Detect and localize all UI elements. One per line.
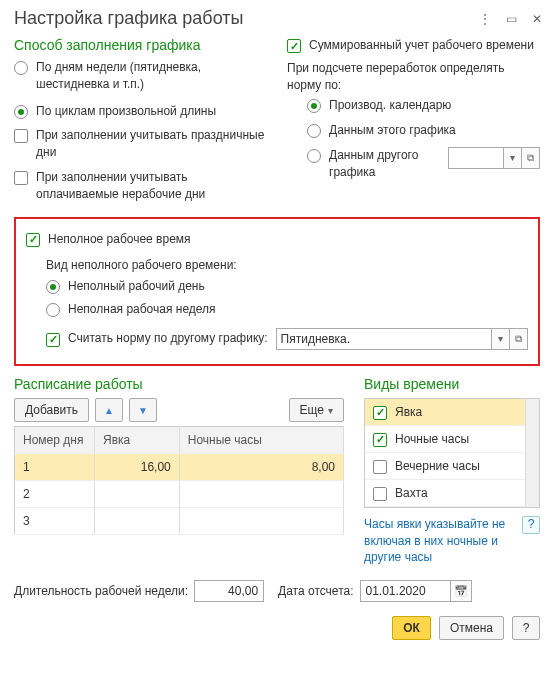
table-row[interactable]: 2	[15, 480, 344, 507]
type-check[interactable]	[373, 460, 387, 474]
move-up-button[interactable]	[95, 398, 123, 422]
cancel-button[interactable]: Отмена	[439, 616, 504, 640]
radio-partial-week[interactable]	[46, 303, 60, 317]
ok-button[interactable]: ОК	[392, 616, 431, 640]
overtime-norm-label: При подсчете переработок определять норм…	[287, 60, 540, 94]
other-norm-dropdown[interactable]	[492, 328, 510, 350]
list-item[interactable]: Вечерние часы	[365, 453, 539, 480]
partial-kind-label: Вид неполного рабочего времени:	[46, 257, 528, 274]
radio-this-schedule[interactable]	[307, 124, 321, 138]
schedule-table: Номер дня Явка Ночные часы 1 16,00 8,00 …	[14, 426, 344, 535]
list-item[interactable]: Явка	[365, 399, 539, 426]
radio-prod-calendar-label: Производ. календарю	[329, 97, 451, 114]
radio-by-cycles-label: По циклам произвольной длины	[36, 103, 216, 120]
scrollbar[interactable]	[525, 399, 539, 507]
check-holidays-label: При заполнении учитывать праздничные дни	[36, 127, 267, 161]
radio-other-schedule-label: Данным другого графика	[329, 147, 440, 181]
radio-partial-day[interactable]	[46, 280, 60, 294]
other-schedule-dropdown[interactable]	[504, 147, 522, 169]
radio-partial-week-label: Неполная рабочая неделя	[68, 301, 216, 318]
arrow-up-icon	[104, 403, 114, 417]
check-other-norm-label: Считать норму по другому графику:	[68, 330, 268, 347]
col-att: Явка	[95, 426, 180, 453]
other-norm-combo[interactable]: Пятидневка.	[276, 328, 492, 350]
list-item[interactable]: Ночные часы	[365, 426, 539, 453]
arrow-down-icon	[138, 403, 148, 417]
check-paid-off-label: При заполнении учитывать оплачиваемые не…	[36, 169, 267, 203]
other-schedule-combo[interactable]	[448, 147, 504, 169]
chevron-down-icon	[328, 403, 333, 417]
col-num: Номер дня	[15, 426, 95, 453]
radio-other-schedule[interactable]	[307, 149, 321, 163]
types-title: Виды времени	[364, 376, 540, 392]
types-hint: Часы явки указывайте не включая в них но…	[364, 516, 516, 566]
check-summed[interactable]	[287, 39, 301, 53]
radio-prod-calendar[interactable]	[307, 99, 321, 113]
week-len-input[interactable]: 40,00	[194, 580, 264, 602]
menu-icon[interactable]: ⋮	[478, 12, 492, 26]
table-row[interactable]: 3	[15, 507, 344, 534]
table-row[interactable]: 1 16,00 8,00	[15, 453, 344, 480]
partial-time-group: Неполное рабочее время Вид неполного раб…	[14, 217, 540, 366]
calendar-icon	[454, 584, 468, 598]
radio-this-schedule-label: Данным этого графика	[329, 122, 456, 139]
week-len-label: Длительность рабочей недели:	[14, 584, 188, 598]
type-check[interactable]	[373, 406, 387, 420]
footer-help-button[interactable]: ?	[512, 616, 540, 640]
radio-by-cycles[interactable]	[14, 105, 28, 119]
check-summed-label: Суммированный учет рабочего времени	[309, 37, 534, 54]
window-title: Настройка графика работы	[14, 8, 243, 29]
other-norm-open[interactable]	[510, 328, 528, 350]
check-partial-time-label: Неполное рабочее время	[48, 231, 191, 248]
more-button[interactable]: Еще	[289, 398, 344, 422]
check-holidays[interactable]	[14, 129, 28, 143]
add-button[interactable]: Добавить	[14, 398, 89, 422]
type-check[interactable]	[373, 433, 387, 447]
date-picker-button[interactable]	[450, 580, 472, 602]
check-paid-off[interactable]	[14, 171, 28, 185]
check-other-norm[interactable]	[46, 333, 60, 347]
check-partial-time[interactable]	[26, 233, 40, 247]
help-button[interactable]: ?	[522, 516, 540, 534]
list-item[interactable]: Вахта	[365, 480, 539, 507]
fill-method-title: Способ заполнения графика	[14, 37, 267, 53]
radio-partial-day-label: Неполный рабочий день	[68, 278, 205, 295]
close-icon[interactable]: ✕	[530, 12, 544, 26]
radio-by-days[interactable]	[14, 61, 28, 75]
other-schedule-open[interactable]	[522, 147, 540, 169]
types-list: Явка Ночные часы Вечерние часы Вахта	[364, 398, 540, 508]
other-norm-value: Пятидневка.	[281, 332, 351, 346]
date-input[interactable]: 01.01.2020	[360, 580, 450, 602]
radio-by-days-label: По дням недели (пятидневка, шестидневка …	[36, 59, 267, 93]
type-check[interactable]	[373, 487, 387, 501]
col-night: Ночные часы	[179, 426, 343, 453]
schedule-title: Расписание работы	[14, 376, 344, 392]
restore-icon[interactable]: ▭	[504, 12, 518, 26]
date-label: Дата отсчета:	[278, 584, 353, 598]
move-down-button[interactable]	[129, 398, 157, 422]
